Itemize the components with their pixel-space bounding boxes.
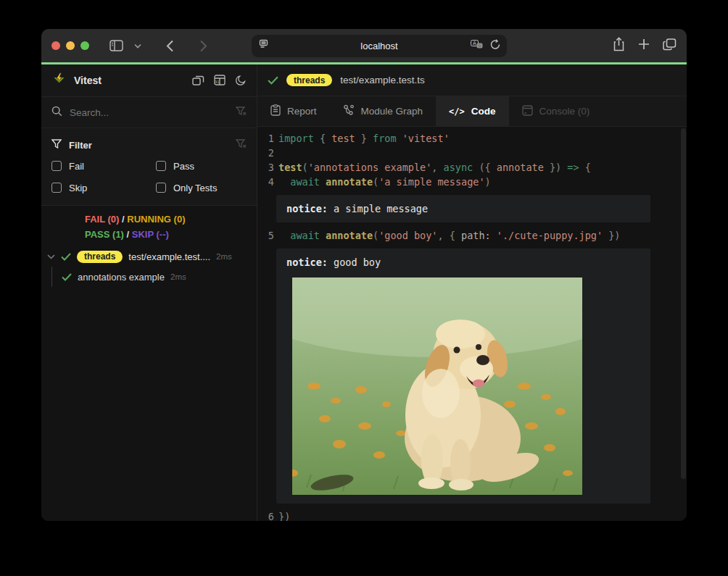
zoom-window-button[interactable] xyxy=(80,41,89,50)
browser-window: localhost A ☆ xyxy=(41,29,687,521)
status-line-1: FAIL (0) / RUNNING (0) xyxy=(85,212,257,227)
code-icon: </> xyxy=(449,107,465,117)
code-line: 4 await annotate('a simple message') xyxy=(257,175,687,189)
puppy-image xyxy=(292,277,582,495)
status-line-2: PASS (1) / SKIP (--) xyxy=(85,227,257,242)
pass-check-icon xyxy=(268,76,278,85)
tab-code[interactable]: </> Code xyxy=(436,96,508,126)
fail-count: FAIL (0) xyxy=(85,214,119,225)
forward-button[interactable] xyxy=(194,36,212,55)
minimize-window-button[interactable] xyxy=(66,41,75,50)
clear-search-filter-icon[interactable] xyxy=(236,106,247,119)
pass-check-icon xyxy=(62,273,72,281)
tab-overview-icon[interactable] xyxy=(663,38,677,54)
tab-report[interactable]: Report xyxy=(257,96,330,126)
report-icon xyxy=(270,104,281,118)
sidebar: Vitest 31 xyxy=(41,64,257,521)
sidebar-toggle-icon[interactable] xyxy=(107,36,125,55)
search-input[interactable] xyxy=(70,107,228,118)
svg-text:A: A xyxy=(473,41,476,46)
indent-guide xyxy=(51,267,52,287)
file-duration: 2ms xyxy=(216,252,232,261)
line-number: 1 xyxy=(257,131,274,146)
checkbox-pass[interactable]: Pass xyxy=(156,157,247,175)
test-duration: 2ms xyxy=(170,272,186,281)
url-text: localhost xyxy=(252,41,507,51)
file-path: test/example.test.ts xyxy=(340,75,424,85)
code-line: 6}) xyxy=(257,509,687,521)
scrollbar-thumb[interactable] xyxy=(681,128,686,479)
close-window-button[interactable] xyxy=(51,41,60,50)
sidebar-header: Vitest 31 xyxy=(41,64,257,97)
code-line: 2 xyxy=(257,146,687,160)
pass-check-icon xyxy=(61,253,71,261)
checkbox-only-tests[interactable]: Only Tests xyxy=(156,179,247,196)
main-panel: threads test/example.test.ts Report xyxy=(257,64,687,521)
vitest-logo-icon xyxy=(51,72,67,90)
line-number: 3 xyxy=(257,160,274,175)
notice-text: good boy xyxy=(328,256,381,268)
file-header: threads test/example.test.ts xyxy=(257,64,687,96)
tab-bar: Report Module Graph </> Code xyxy=(257,96,687,127)
filter-funnel-icon xyxy=(51,138,62,151)
running-count: RUNNING (0) xyxy=(127,214,185,225)
checkbox-skip[interactable]: Skip xyxy=(51,179,156,196)
checkbox-fail[interactable]: Fail xyxy=(51,157,156,175)
pool-badge: threads xyxy=(77,251,123,263)
search-bar xyxy=(41,97,257,128)
code-line: 3test('annotations example', async ({ an… xyxy=(257,160,687,175)
file-name: test/example.test.... xyxy=(128,251,210,262)
test-tree: threads test/example.test.... 2ms annota… xyxy=(41,246,257,521)
checkbox-box xyxy=(51,161,62,171)
tab-console[interactable]: Console (0) xyxy=(509,96,603,126)
share-icon[interactable] xyxy=(613,37,625,54)
console-icon xyxy=(522,105,533,118)
translate-icon[interactable]: A ☆ xyxy=(471,39,484,52)
svg-text:31: 31 xyxy=(215,80,219,84)
code-lines: 1import { test } from 'vitest'23test('an… xyxy=(257,131,687,521)
tab-module-graph[interactable]: Module Graph xyxy=(330,96,437,126)
browser-toolbar: localhost A ☆ xyxy=(41,29,687,62)
svg-text:☆: ☆ xyxy=(478,43,481,48)
checkbox-box xyxy=(156,183,166,193)
back-button[interactable] xyxy=(160,36,179,55)
tree-test-row[interactable]: annotations example 2ms xyxy=(41,267,257,287)
module-graph-icon xyxy=(343,104,355,118)
dark-mode-moon-icon[interactable] xyxy=(235,75,247,86)
code-line: 1import { test } from 'vitest' xyxy=(257,131,687,146)
notice-text: a simple message xyxy=(328,203,428,214)
test-status-summary: FAIL (0) / RUNNING (0) PASS (1) / SKIP (… xyxy=(41,206,257,246)
filter-section: Filter Fail Pass xyxy=(41,128,257,206)
annotation-notice: notice: a simple message xyxy=(276,195,650,222)
checkbox-box xyxy=(51,183,62,193)
dashboard-icon[interactable]: 31 xyxy=(214,75,226,86)
chevron-down-icon[interactable] xyxy=(47,254,55,259)
search-icon xyxy=(51,106,62,120)
reload-icon[interactable] xyxy=(490,39,500,53)
code-line: 5 await annotate('good boy', { path: './… xyxy=(257,228,687,243)
skip-count: SKIP (--) xyxy=(132,229,169,240)
app-title: Vitest xyxy=(74,75,102,86)
line-number: 4 xyxy=(257,175,274,189)
clear-filter-icon[interactable] xyxy=(236,138,247,151)
checkbox-box xyxy=(156,161,166,171)
notice-label: notice: xyxy=(286,256,328,268)
code-editor: 1import { test } from 'vitest'23test('an… xyxy=(257,127,687,521)
tree-file-row[interactable]: threads test/example.test.... 2ms xyxy=(41,246,257,267)
pass-count: PASS (1) xyxy=(85,229,124,240)
address-bar[interactable]: localhost A ☆ xyxy=(252,35,507,57)
line-number: 2 xyxy=(257,146,274,160)
filter-title: Filter xyxy=(69,140,92,151)
sidebar-menu-chevron-icon[interactable] xyxy=(128,36,147,55)
traffic-lights xyxy=(51,41,89,50)
new-tab-icon[interactable] xyxy=(638,38,650,53)
annotation-notice: notice: good boy xyxy=(276,249,650,504)
notice-label: notice: xyxy=(286,203,328,214)
test-name: annotations example xyxy=(78,272,165,283)
line-number: 6 xyxy=(257,509,274,521)
notice-attachment xyxy=(292,277,582,495)
line-number: 5 xyxy=(257,228,274,243)
pool-badge: threads xyxy=(286,74,332,86)
collapse-panels-icon[interactable] xyxy=(192,75,204,86)
